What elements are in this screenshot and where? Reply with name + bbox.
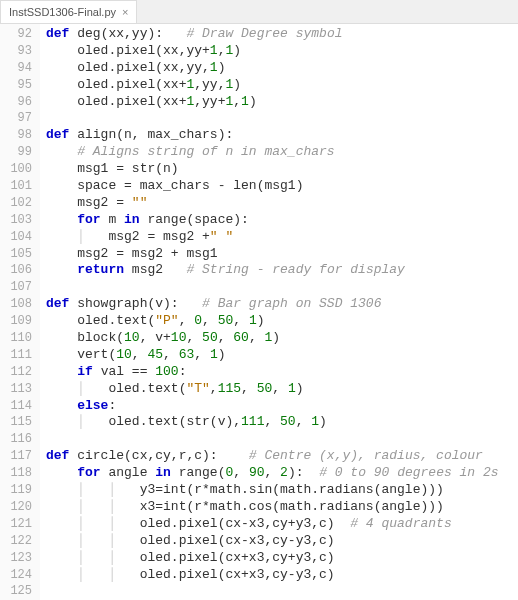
code-line: │ │ y3=int(r*math.sin(math.radians(angle… [46,482,518,499]
line-number: 97 [0,110,32,127]
code-line: │ │ oled.pixel(cx-x3,cy-y3,c) [46,533,518,550]
code-line: msg2 = "" [46,195,518,212]
line-number: 95 [0,77,32,94]
line-number: 103 [0,212,32,229]
line-number: 114 [0,398,32,415]
code-line [46,110,518,127]
code-editor[interactable]: 9293949596979899100101102103104105106107… [0,24,518,600]
line-number: 100 [0,161,32,178]
line-number: 108 [0,296,32,313]
line-number: 116 [0,431,32,448]
code-line [46,431,518,448]
code-line: else: [46,398,518,415]
line-number: 111 [0,347,32,364]
line-number: 104 [0,229,32,246]
code-line: msg1 = str(n) [46,161,518,178]
line-number: 124 [0,567,32,584]
line-number: 110 [0,330,32,347]
code-line: │ oled.text(str(v),111, 50, 1) [46,414,518,431]
line-number: 122 [0,533,32,550]
code-line: │ │ oled.pixel(cx-x3,cy+y3,c) # 4 quadra… [46,516,518,533]
line-number: 112 [0,364,32,381]
file-tab[interactable]: InstSSD1306-Final.py × [0,0,137,23]
tab-bar: InstSSD1306-Final.py × [0,0,518,24]
code-line: vert(10, 45, 63, 1) [46,347,518,364]
code-line: msg2 = msg2 + msg1 [46,246,518,263]
code-line: │ │ oled.pixel(cx+x3,cy-y3,c) [46,567,518,584]
line-number: 92 [0,26,32,43]
code-line: def deg(xx,yy): # Draw Degree symbol [46,26,518,43]
line-number: 120 [0,499,32,516]
code-area[interactable]: def deg(xx,yy): # Draw Degree symbol ole… [40,24,518,600]
line-number: 109 [0,313,32,330]
line-number: 94 [0,60,32,77]
line-number: 121 [0,516,32,533]
line-number: 106 [0,262,32,279]
line-number: 105 [0,246,32,263]
code-line: │ │ oled.pixel(cx+x3,cy+y3,c) [46,550,518,567]
line-number: 96 [0,94,32,111]
line-number-gutter: 9293949596979899100101102103104105106107… [0,24,40,600]
code-line: def align(n, max_chars): [46,127,518,144]
code-line: oled.pixel(xx+1,yy,1) [46,77,518,94]
line-number: 118 [0,465,32,482]
line-number: 123 [0,550,32,567]
code-line: def circle(cx,cy,r,c): # Centre (x,y), r… [46,448,518,465]
line-number: 107 [0,279,32,296]
line-number: 125 [0,583,32,600]
line-number: 99 [0,144,32,161]
line-number: 102 [0,195,32,212]
code-line: space = max_chars - len(msg1) [46,178,518,195]
code-line: def showgraph(v): # Bar graph on SSD 130… [46,296,518,313]
code-line: # Aligns string of n in max_chars [46,144,518,161]
code-line: return msg2 # String - ready for display [46,262,518,279]
line-number: 119 [0,482,32,499]
close-icon[interactable]: × [122,6,128,18]
line-number: 113 [0,381,32,398]
code-line [46,279,518,296]
line-number: 101 [0,178,32,195]
code-line: │ │ x3=int(r*math.cos(math.radians(angle… [46,499,518,516]
code-line: block(10, v+10, 50, 60, 1) [46,330,518,347]
code-line: oled.pixel(xx,yy,1) [46,60,518,77]
code-line: if val == 100: [46,364,518,381]
code-line: for m in range(space): [46,212,518,229]
code-line: │ oled.text("T",115, 50, 1) [46,381,518,398]
code-line: oled.pixel(xx+1,yy+1,1) [46,94,518,111]
line-number: 117 [0,448,32,465]
line-number: 93 [0,43,32,60]
code-line [46,583,518,600]
tab-filename: InstSSD1306-Final.py [9,6,116,18]
line-number: 98 [0,127,32,144]
code-line: │ msg2 = msg2 +" " [46,229,518,246]
code-line: for angle in range(0, 90, 2): # 0 to 90 … [46,465,518,482]
code-line: oled.pixel(xx,yy+1,1) [46,43,518,60]
line-number: 115 [0,414,32,431]
code-line: oled.text("P", 0, 50, 1) [46,313,518,330]
